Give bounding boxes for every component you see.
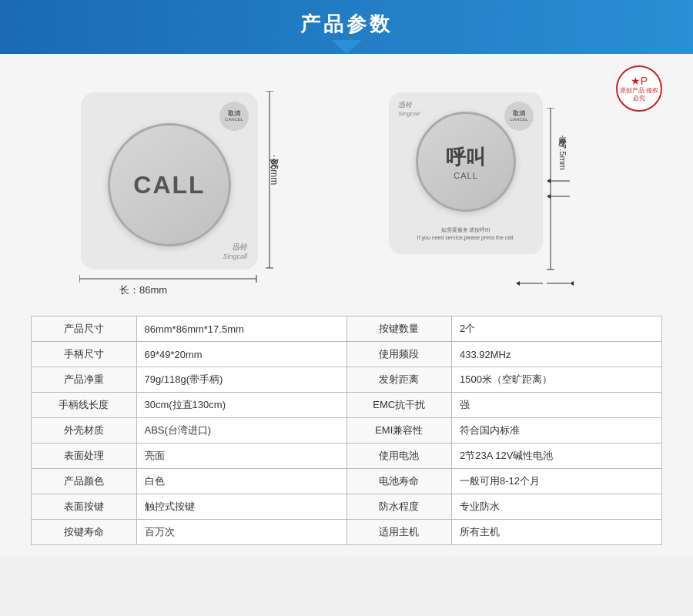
spec-value-8-2: 所有主机 [452, 520, 662, 545]
cancel-label-en: CANCEL [225, 117, 243, 122]
thickness-arrows-svg [516, 276, 578, 291]
svg-marker-12 [547, 194, 551, 199]
spec-value-2-2: 1500米（空旷距离） [452, 367, 662, 393]
spec-value-8-1: 百万次 [136, 520, 346, 545]
spec-label-8-2: 适用主机 [346, 520, 452, 545]
spec-label-2-1: 产品净重 [32, 367, 137, 393]
thickness-dim-svg [547, 108, 593, 277]
call-button-left[interactable]: CALL [108, 123, 231, 246]
spec-value-1-1: 69*49*20mm [136, 342, 346, 367]
spec-value-3-1: 30cm(拉直130cm) [136, 393, 346, 418]
spec-label-6-1: 产品颜色 [32, 469, 137, 494]
spec-value-6-1: 白色 [136, 469, 346, 494]
spec-value-5-1: 亮面 [136, 444, 346, 469]
spec-label-5-2: 使用电池 [346, 444, 452, 469]
spec-label-6-2: 电池寿命 [346, 469, 452, 494]
header-arrow-decoration [331, 40, 362, 54]
spec-value-4-2: 符合国内标准 [452, 418, 662, 444]
products-display: 取消 CANCEL CALL 迅铃 Singcall 宽 [31, 77, 662, 308]
table-row: 表面处理 亮面 使用电池 2节23A 12V碱性电池 [32, 444, 662, 469]
main-content: ★P 原创产品 侵权必究 取消 CANCEL CALL 迅铃 S [0, 54, 693, 557]
spec-label-8-1: 按键寿命 [32, 520, 137, 545]
spec-label-5-1: 表面处理 [32, 444, 137, 469]
brand-english-left: Singcall [223, 253, 247, 260]
bottom-text-cn: 如需要服务 请按呼叫 [397, 226, 535, 234]
page-title: 产品参数 [0, 11, 693, 38]
dim-line-bottom-svg [79, 271, 264, 294]
dim-line-right-svg [262, 91, 293, 283]
svg-marker-10 [547, 179, 551, 183]
spec-label-4-1: 外壳材质 [32, 418, 137, 444]
cancel-label-en-right: CANCEL [510, 117, 528, 122]
left-device-card: 取消 CANCEL CALL 迅铃 Singcall [81, 92, 258, 270]
spec-value-7-2: 专业防水 [452, 494, 662, 520]
cancel-button-left[interactable]: 取消 CANCEL [219, 102, 249, 131]
spec-value-2-1: 79g/118g(带手柄) [136, 367, 346, 393]
table-row: 手柄尺寸 69*49*20mm 使用频段 433.92MHz [32, 342, 662, 367]
brand-chinese-left: 迅铃 [223, 242, 247, 253]
dim-label-width: 宽：86mm [267, 150, 280, 185]
spec-label-7-2: 防水程度 [346, 494, 452, 520]
brand-chinese-right: 迅铃 [398, 100, 420, 110]
spec-value-0-1: 86mm*86mm*17.5mm [136, 316, 346, 342]
right-card-wrapper: 迅铃 Singcall 取消 CANCEL 呼叫 CALL [389, 92, 543, 254]
dim-label-thickness: 厚度：17.5mm [557, 131, 568, 170]
spec-value-5-2: 2节23A 12V碱性电池 [452, 444, 662, 469]
table-row: 产品颜色 白色 电池寿命 一般可用8-12个月 [32, 469, 662, 494]
call-label-en: CALL [454, 171, 478, 180]
spec-value-4-1: ABS(台湾进口) [136, 418, 346, 444]
spec-value-3-2: 强 [452, 393, 662, 418]
call-label-cn: 呼叫 [446, 144, 486, 171]
table-row: 外壳材质 ABS(台湾进口) EMI兼容性 符合国内标准 [32, 418, 662, 444]
cancel-button-right[interactable]: 取消 CANCEL [504, 102, 534, 131]
page-header: 产品参数 [0, 0, 693, 54]
cancel-label-cn: 取消 [228, 110, 240, 118]
spec-label-3-1: 手柄线长度 [32, 393, 137, 418]
call-button-right[interactable]: 呼叫 CALL [416, 112, 516, 212]
spec-value-0-2: 2个 [452, 316, 662, 342]
table-row: 按键寿命 百万次 适用主机 所有主机 [32, 520, 662, 545]
spec-label-4-2: EMI兼容性 [346, 418, 452, 444]
spec-label-1-1: 手柄尺寸 [32, 342, 137, 367]
cancel-label-cn-right: 取消 [513, 110, 525, 118]
spec-value-1-2: 433.92MHz [452, 342, 662, 367]
specs-table: 产品尺寸 86mm*86mm*17.5mm 按键数量 2个 手柄尺寸 69*49… [31, 316, 662, 545]
table-row: 产品净重 79g/118g(带手柄) 发射距离 1500米（空旷距离） [32, 367, 662, 393]
table-row: 表面按键 触控式按键 防水程度 专业防水 [32, 494, 662, 520]
spec-label-0-2: 按键数量 [346, 316, 452, 342]
svg-marker-16 [570, 281, 574, 286]
svg-marker-14 [516, 281, 520, 286]
spec-label-0-1: 产品尺寸 [32, 316, 137, 342]
right-product: 迅铃 Singcall 取消 CANCEL 呼叫 CALL [389, 77, 635, 308]
table-row: 手柄线长度 30cm(拉直130cm) EMC抗干扰 强 [32, 393, 662, 418]
spec-label-1-2: 使用频段 [346, 342, 452, 367]
right-device-card: 迅铃 Singcall 取消 CANCEL 呼叫 CALL [389, 92, 543, 254]
spec-label-3-2: EMC抗干扰 [346, 393, 452, 418]
left-product: 取消 CANCEL CALL 迅铃 Singcall 宽 [58, 77, 335, 308]
bottom-text-en: If you need service,please press the cal… [397, 234, 535, 242]
spec-value-7-1: 触控式按键 [136, 494, 346, 520]
dim-label-length: 长：86mm [119, 283, 167, 297]
spec-label-2-2: 发射距离 [346, 367, 452, 393]
table-row: 产品尺寸 86mm*86mm*17.5mm 按键数量 2个 [32, 316, 662, 342]
call-label-left: CALL [133, 171, 205, 199]
brand-english-right: Singcall [398, 110, 420, 117]
spec-label-7-1: 表面按键 [32, 494, 137, 520]
spec-value-6-2: 一般可用8-12个月 [452, 469, 662, 494]
